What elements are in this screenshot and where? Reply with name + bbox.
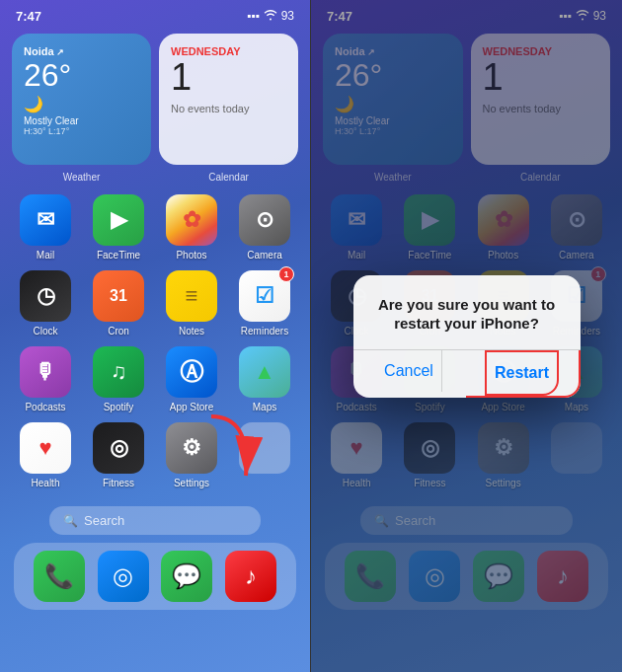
cancel-button[interactable]: Cancel: [376, 350, 442, 392]
widgets-row-left: Noida 26° 🌙 Mostly Clear H:30° L:17° Wea…: [0, 28, 310, 171]
calendar-widget[interactable]: WEDNESDAY 1 No events today Calendar: [159, 34, 298, 165]
app-icon-spotify: ♫: [93, 346, 144, 398]
wifi-icon: [264, 9, 277, 24]
right-phone-screen: 7:47 ▪▪▪ 93 Noida 26° 🌙 Mostly Clear H:3…: [311, 0, 622, 672]
dialog-buttons: Cancel Restart: [353, 349, 581, 398]
app-item-fitness[interactable]: ◎Fitness: [87, 422, 150, 488]
dock-icon-safari: ◎: [98, 551, 149, 602]
app-item-settings[interactable]: ⚙Settings: [160, 422, 223, 488]
dock-icon-phone: 📞: [34, 551, 85, 602]
app-icon-appstore: Ⓐ: [166, 346, 217, 398]
app-item-reminders[interactable]: ☑1Reminders: [233, 270, 296, 336]
app-icon-notes: ≡: [166, 270, 217, 322]
app-label-clock: Clock: [33, 326, 57, 336]
app-icon-podcasts: 🎙: [20, 346, 71, 398]
app-item-notes[interactable]: ≡Notes: [160, 270, 223, 336]
calendar-label: Calendar: [159, 172, 298, 183]
dock-icon-messages: 💬: [161, 551, 212, 602]
app-label-cron: Cron: [108, 326, 129, 336]
weather-widget[interactable]: Noida 26° 🌙 Mostly Clear H:30° L:17° Wea…: [12, 34, 151, 165]
badge-reminders: 1: [278, 266, 294, 282]
app-icon-maps: ▲: [239, 346, 290, 398]
app-label-photos: Photos: [176, 250, 206, 261]
app-label-notes: Notes: [179, 326, 204, 336]
weather-temp: 26°: [24, 58, 139, 93]
app-label-mail: Mail: [37, 250, 54, 261]
app-label-reminders: Reminders: [241, 326, 288, 336]
app-icon-clock: ◷: [20, 270, 71, 322]
dock-left: 📞◎💬♪: [14, 543, 296, 610]
battery-icon: 93: [281, 9, 294, 23]
app-item-spotify[interactable]: ♫Spotify: [87, 346, 150, 412]
app-item-podcasts[interactable]: 🎙Podcasts: [14, 346, 77, 412]
search-icon-left: 🔍: [63, 514, 78, 528]
restart-dialog: Are you sure you want to restart your iP…: [353, 275, 581, 398]
app-label-spotify: Spotify: [104, 402, 134, 412]
app-item-facetime[interactable]: ▶FaceTime: [87, 194, 150, 261]
calendar-no-events: No events today: [171, 103, 286, 114]
app-label-camera: Camera: [247, 250, 282, 261]
app-label-health: Health: [32, 478, 60, 488]
search-label-left: Search: [84, 513, 124, 528]
app-icon-circle: [239, 422, 290, 474]
app-label-appstore: App Store: [170, 402, 213, 412]
app-icon-mail: ✉: [20, 194, 71, 246]
weather-label: Weather: [12, 172, 151, 183]
app-item-circle[interactable]: [233, 422, 296, 488]
app-icon-facetime: ▶: [93, 194, 144, 246]
app-item-photos[interactable]: ✿Photos: [160, 194, 223, 261]
app-label-maps: Maps: [253, 402, 276, 412]
app-icon-settings: ⚙: [166, 422, 217, 474]
app-label-settings: Settings: [174, 478, 209, 488]
app-item-camera[interactable]: ⊙Camera: [233, 194, 296, 261]
status-time-left: 7:47: [16, 9, 41, 24]
app-item-clock[interactable]: ◷Clock: [14, 270, 77, 336]
search-bar-left[interactable]: 🔍 Search: [49, 506, 261, 535]
app-label-fitness: Fitness: [103, 478, 134, 488]
left-phone-screen: 7:47 ▪▪▪ 93 Noida 26° 🌙 Mostly Clear H:3…: [0, 0, 311, 672]
weather-range: H:30° L:17°: [24, 126, 139, 136]
weather-city: Noida: [24, 45, 139, 57]
status-icons-left: ▪▪▪ 93: [247, 9, 294, 24]
app-label-facetime: FaceTime: [97, 250, 140, 261]
app-icon-health: ♥: [20, 422, 71, 474]
dock-item-safari[interactable]: ◎: [98, 551, 149, 602]
app-label-podcasts: Podcasts: [25, 402, 65, 412]
app-icon-cron: 31: [93, 270, 144, 322]
app-icon-reminders: ☑1: [239, 270, 290, 322]
app-item-maps[interactable]: ▲Maps: [233, 346, 296, 412]
weather-icon: 🌙: [24, 95, 139, 113]
app-icon-camera: ⊙: [239, 194, 290, 246]
weather-desc: Mostly Clear: [24, 115, 139, 126]
app-item-appstore[interactable]: ⒶApp Store: [160, 346, 223, 412]
dialog-title: Are you sure you want to restart your iP…: [369, 295, 565, 334]
signal-icon: ▪▪▪: [247, 9, 260, 23]
app-item-health[interactable]: ♥Health: [14, 422, 77, 488]
dock-item-phone[interactable]: 📞: [34, 551, 85, 602]
dock-item-music[interactable]: ♪: [225, 551, 276, 602]
dialog-overlay: Are you sure you want to restart your iP…: [311, 0, 622, 672]
restart-button[interactable]: Restart: [485, 350, 559, 396]
calendar-date: 1: [171, 57, 286, 99]
status-bar-left: 7:47 ▪▪▪ 93: [0, 0, 310, 28]
app-icon-fitness: ◎: [93, 422, 144, 474]
app-item-mail[interactable]: ✉Mail: [14, 194, 77, 261]
dock-item-messages[interactable]: 💬: [161, 551, 212, 602]
dock-icon-music: ♪: [225, 551, 276, 602]
app-grid-left: ✉Mail▶FaceTime✿Photos⊙Camera◷Clock31Cron…: [0, 171, 310, 498]
app-item-cron[interactable]: 31Cron: [87, 270, 150, 336]
app-icon-photos: ✿: [166, 194, 217, 246]
